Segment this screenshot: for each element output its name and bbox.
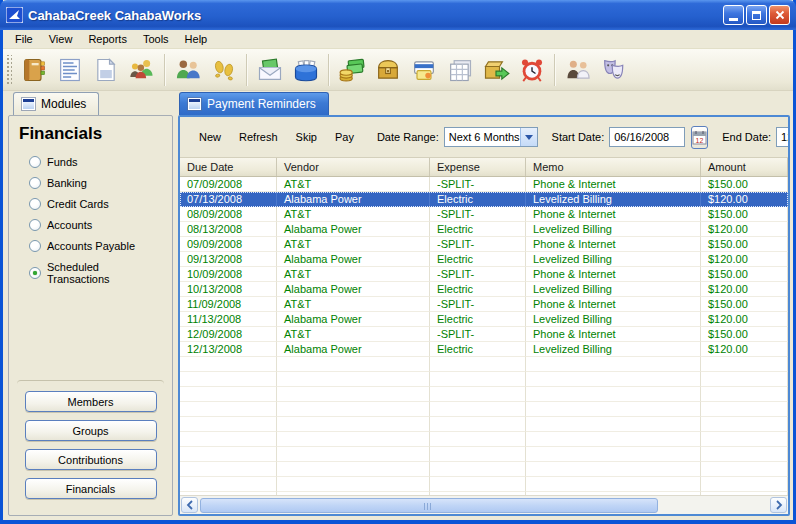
tab-modules[interactable]: Modules (13, 92, 99, 115)
members-group-icon[interactable] (124, 52, 160, 88)
table-cell-empty (701, 462, 788, 477)
radio-button[interactable] (29, 198, 41, 210)
card-file-icon[interactable] (288, 52, 324, 88)
sidebar-tab-row: Modules (8, 91, 173, 115)
table-row[interactable]: 08/13/2008Alabama PowerElectricLevelized… (180, 222, 788, 237)
maximize-button[interactable] (746, 5, 767, 25)
table-cell: $150.00 (701, 297, 788, 312)
table-cell-empty (526, 432, 701, 447)
close-button[interactable] (769, 5, 790, 25)
table-row[interactable]: 10/13/2008Alabama PowerElectricLevelized… (180, 282, 788, 297)
alarm-clock-icon[interactable] (514, 52, 550, 88)
nav-button-contributions[interactable]: Contributions (25, 449, 157, 470)
table-row[interactable]: 09/09/2008AT&T-SPLIT-Phone & Internet$15… (180, 237, 788, 252)
toolbar-separator (164, 54, 166, 86)
credit-cards-icon[interactable] (406, 52, 442, 88)
end-date-input[interactable] (776, 127, 788, 147)
minimize-icon (729, 18, 738, 21)
column-header-memo[interactable]: Memo (526, 158, 701, 176)
table-cell: Alabama Power (277, 192, 430, 207)
table-row[interactable]: 07/13/2008Alabama PowerElectricLevelized… (180, 192, 788, 207)
radio-option-scheduled-transactions[interactable]: Scheduled Transactions (29, 261, 164, 285)
table-cell: Phone & Internet (526, 327, 701, 342)
column-header-expense[interactable]: Expense (430, 158, 526, 176)
drama-masks-icon[interactable] (596, 52, 632, 88)
radio-button-selected[interactable] (29, 267, 41, 279)
date-range-select[interactable]: Next 6 Months (444, 127, 538, 147)
scroll-left-button[interactable] (181, 497, 198, 513)
table-cell: Levelized Billing (526, 192, 701, 207)
table-cell: Electric (430, 222, 526, 237)
radio-button[interactable] (29, 156, 41, 168)
horizontal-scrollbar[interactable] (180, 495, 788, 514)
table-cell: 12/13/2008 (180, 342, 277, 357)
table-row[interactable]: 11/13/2008Alabama PowerElectricLevelized… (180, 312, 788, 327)
table-cell: AT&T (277, 177, 430, 192)
table-cell-empty (430, 387, 526, 402)
table-cell: 08/09/2008 (180, 207, 277, 222)
minimize-button[interactable] (723, 5, 744, 25)
toolbar-drag-handle[interactable] (5, 55, 12, 85)
menu-item-help[interactable]: Help (177, 31, 216, 47)
radio-button[interactable] (29, 219, 41, 231)
menu-item-file[interactable]: File (7, 31, 41, 47)
table-cell: -SPLIT- (430, 207, 526, 222)
footprints-icon[interactable] (206, 52, 242, 88)
table-row-empty (180, 387, 788, 402)
tab-modules-label: Modules (41, 97, 86, 111)
scroll-right-button[interactable] (770, 497, 787, 513)
scrollbar-thumb[interactable] (200, 498, 658, 513)
table-cell: AT&T (277, 207, 430, 222)
radio-button[interactable] (29, 240, 41, 252)
table-row[interactable]: 12/13/2008Alabama PowerElectricLevelized… (180, 342, 788, 357)
radio-option-banking[interactable]: Banking (29, 177, 164, 189)
column-header-due-date[interactable]: Due Date (180, 158, 277, 176)
action-skip-button[interactable]: Skip (287, 128, 326, 146)
table-row[interactable]: 10/09/2008AT&T-SPLIT-Phone & Internet$15… (180, 267, 788, 282)
calendar-button[interactable]: 12 (691, 126, 708, 149)
radio-option-credit-cards[interactable]: Credit Cards (29, 198, 164, 210)
radio-option-funds[interactable]: Funds (29, 156, 164, 168)
nav-button-groups[interactable]: Groups (25, 420, 157, 441)
nav-button-financials[interactable]: Financials (25, 478, 157, 499)
family-pair-icon[interactable] (170, 52, 206, 88)
action-new-button[interactable]: New (190, 128, 230, 146)
new-document-icon[interactable] (88, 52, 124, 88)
table-cell: 10/13/2008 (180, 282, 277, 297)
table-cell: Phone & Internet (526, 297, 701, 312)
table-row[interactable]: 07/09/2008AT&T-SPLIT-Phone & Internet$15… (180, 177, 788, 192)
table-row[interactable]: 12/09/2008AT&T-SPLIT-Phone & Internet$15… (180, 327, 788, 342)
radio-button[interactable] (29, 177, 41, 189)
chest-icon[interactable] (370, 52, 406, 88)
address-book-icon[interactable] (16, 52, 52, 88)
table-row[interactable]: 09/13/2008Alabama PowerElectricLevelized… (180, 252, 788, 267)
column-header-amount[interactable]: Amount (701, 158, 788, 176)
mail-contribution-icon[interactable] (252, 52, 288, 88)
nav-button-members[interactable]: Members (25, 391, 157, 412)
report-document-icon[interactable] (52, 52, 88, 88)
combo-dropdown-button[interactable] (520, 128, 537, 146)
start-date-input[interactable] (609, 127, 685, 147)
module-option-list: FundsBankingCredit CardsAccountsAccounts… (17, 156, 164, 294)
export-box-icon[interactable] (478, 52, 514, 88)
column-header-vendor[interactable]: Vendor (277, 158, 430, 176)
table-row[interactable]: 11/09/2008AT&T-SPLIT-Phone & Internet$15… (180, 297, 788, 312)
couple-icon[interactable] (560, 52, 596, 88)
table-row[interactable]: 08/09/2008AT&T-SPLIT-Phone & Internet$15… (180, 207, 788, 222)
table-cell: -SPLIT- (430, 267, 526, 282)
menu-item-reports[interactable]: Reports (80, 31, 135, 47)
radio-option-accounts[interactable]: Accounts (29, 219, 164, 231)
radio-label: Banking (47, 177, 87, 189)
table-cell: 12/09/2008 (180, 327, 277, 342)
radio-option-accounts-payable[interactable]: Accounts Payable (29, 240, 164, 252)
cash-funds-icon[interactable] (334, 52, 370, 88)
table-cell: Alabama Power (277, 252, 430, 267)
menu-item-tools[interactable]: Tools (135, 31, 177, 47)
action-refresh-button[interactable]: Refresh (230, 128, 287, 146)
menu-item-view[interactable]: View (41, 31, 81, 47)
accounts-grid-icon[interactable] (442, 52, 478, 88)
tab-payment-reminders[interactable]: Payment Reminders (179, 92, 329, 115)
table-cell: Electric (430, 312, 526, 327)
table-cell-empty (430, 447, 526, 462)
action-pay-button[interactable]: Pay (326, 128, 363, 146)
